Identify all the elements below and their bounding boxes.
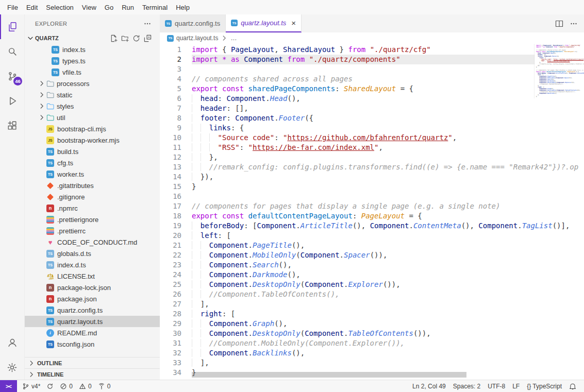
breadcrumb-item[interactable]: … bbox=[230, 35, 237, 42]
code-line[interactable]: links: { bbox=[192, 123, 584, 133]
code-line[interactable]: export const defaultContentPageLayout: P… bbox=[192, 211, 584, 221]
code-line[interactable]: } bbox=[192, 182, 584, 192]
panel-outline[interactable]: OUTLINE bbox=[25, 357, 160, 368]
tree-item-processors[interactable]: processors bbox=[25, 78, 160, 89]
code-line[interactable]: import { PageLayout, SharedLayout } from… bbox=[192, 45, 584, 55]
line-number[interactable]: 7 bbox=[160, 104, 192, 113]
code-line[interactable]: Component.Graph(), bbox=[192, 319, 584, 329]
tree-item-globals-d-ts[interactable]: TSglobals.d.ts bbox=[25, 248, 160, 259]
code-line[interactable]: Component.DesktopOnly(Component.TableOfC… bbox=[192, 329, 584, 338]
line-number[interactable]: 30 bbox=[160, 329, 192, 338]
code-line[interactable] bbox=[192, 64, 584, 74]
line-number[interactable]: 24 bbox=[160, 270, 192, 280]
tree-item-cfg-ts[interactable]: TScfg.ts bbox=[25, 157, 160, 168]
line-number[interactable]: 33 bbox=[160, 358, 192, 368]
line-number[interactable]: 5 bbox=[160, 84, 192, 94]
line-number[interactable]: 25 bbox=[160, 280, 192, 289]
code-line[interactable]: Component.DesktopOnly(Component.Explorer… bbox=[192, 280, 584, 289]
tree-item-vfile-ts[interactable]: TSvfile.ts bbox=[25, 66, 160, 78]
line-number[interactable]: 16 bbox=[160, 192, 192, 201]
line-number[interactable]: 15 bbox=[160, 182, 192, 192]
code-line[interactable]: ], bbox=[192, 299, 584, 309]
tree-item-tsconfig-json[interactable]: TStsconfig.json bbox=[25, 338, 160, 350]
menu-selection[interactable]: Selection bbox=[42, 2, 77, 13]
code-area[interactable]: import { PageLayout, SharedLayout } from… bbox=[192, 44, 584, 380]
line-number[interactable]: 8 bbox=[160, 113, 192, 123]
line-number[interactable]: 21 bbox=[160, 241, 192, 250]
code-line[interactable]: footer: Component.Footer({ bbox=[192, 113, 584, 123]
code-line[interactable]: right: [ bbox=[192, 309, 584, 319]
code-line[interactable]: Component.PageTitle(), bbox=[192, 241, 584, 250]
panel-timeline[interactable]: TIMELINE bbox=[25, 368, 160, 380]
line-number[interactable]: 20 bbox=[160, 231, 192, 241]
tree-item-package-json[interactable]: npackage.json bbox=[25, 293, 160, 304]
new-file-icon[interactable] bbox=[110, 35, 118, 42]
tree-item-types-ts[interactable]: TStypes.ts bbox=[25, 55, 160, 66]
code-line[interactable]: //Component.MobileOnly(Component.Explore… bbox=[192, 338, 584, 348]
line-number[interactable]: 12 bbox=[160, 152, 192, 162]
code-line[interactable]: head: Component.Head(), bbox=[192, 94, 584, 104]
menu-help[interactable]: Help bbox=[172, 2, 194, 13]
notifications[interactable] bbox=[565, 380, 580, 392]
code-line[interactable]: "RSS": "https://be-far.com/index.xml", bbox=[192, 143, 584, 152]
line-number[interactable]: 10 bbox=[160, 133, 192, 143]
line-number[interactable]: 26 bbox=[160, 289, 192, 299]
tree-item-gitignore[interactable]: .gitignore bbox=[25, 191, 160, 202]
menu-file[interactable]: File bbox=[3, 2, 22, 13]
code-line[interactable]: ], bbox=[192, 358, 584, 368]
refresh-icon[interactable] bbox=[132, 35, 140, 42]
line-number[interactable]: 14 bbox=[160, 172, 192, 182]
indentation[interactable]: Spaces: 2 bbox=[449, 380, 484, 392]
encoding[interactable]: UTF-8 bbox=[484, 380, 509, 392]
tree-item-gitattributes[interactable]: .gitattributes bbox=[25, 180, 160, 191]
line-number[interactable]: 3 bbox=[160, 64, 192, 74]
eol[interactable]: LF bbox=[509, 380, 523, 392]
code-line[interactable]: left: [ bbox=[192, 231, 584, 241]
code-line[interactable]: beforeBody: [Component.ArticleTitle(), C… bbox=[192, 221, 584, 231]
line-number[interactable]: 2 bbox=[160, 55, 192, 64]
activitybar-source-control[interactable]: 46 bbox=[0, 64, 24, 89]
tree-item-index-ts[interactable]: TSindex.ts bbox=[25, 44, 160, 55]
code-line[interactable]: //Component.TableOfContents(), bbox=[192, 289, 584, 299]
tree-item-quartz-config-ts[interactable]: TSquartz.config.ts bbox=[25, 304, 160, 316]
code-line[interactable]: }), bbox=[192, 172, 584, 182]
tree-item-index-d-ts[interactable]: TSindex.d.ts bbox=[25, 259, 160, 270]
collapse-all-icon[interactable] bbox=[144, 35, 152, 42]
code-line[interactable]: // components shared across all pages bbox=[192, 74, 584, 84]
line-number[interactable]: 31 bbox=[160, 338, 192, 348]
line-number[interactable]: 13 bbox=[160, 162, 192, 172]
line-number[interactable]: 11 bbox=[160, 143, 192, 152]
language-mode[interactable]: {} TypeScript bbox=[523, 380, 565, 392]
tree-item-package-lock-json[interactable]: npackage-lock.json bbox=[25, 282, 160, 293]
cursor-position[interactable]: Ln 2, Col 49 bbox=[409, 380, 449, 392]
line-number[interactable]: 34 bbox=[160, 368, 192, 378]
tree-item-npmrc[interactable]: n.npmrc bbox=[25, 202, 160, 214]
line-number[interactable]: 9 bbox=[160, 123, 192, 133]
tab-quartz-config-ts[interactable]: TSquartz.config.ts bbox=[160, 14, 226, 32]
split-editor-icon[interactable] bbox=[555, 20, 563, 28]
code-line[interactable]: }, bbox=[192, 152, 584, 162]
line-number[interactable]: 4 bbox=[160, 74, 192, 84]
tree-item-styles[interactable]: styles bbox=[25, 100, 160, 112]
menu-go[interactable]: Go bbox=[101, 2, 118, 13]
tree-item-prettierrc[interactable]: .prettierrc bbox=[25, 225, 160, 236]
tree-item-readme-md[interactable]: iREADME.md bbox=[25, 327, 160, 338]
code-line[interactable]: Component.MobileOnly(Component.Spacer())… bbox=[192, 250, 584, 260]
code-line[interactable] bbox=[192, 192, 584, 201]
tree-item-license-txt[interactable]: LICENSE.txt bbox=[25, 270, 160, 282]
code-line[interactable]: Component.Backlinks(), bbox=[192, 348, 584, 358]
activitybar-search[interactable] bbox=[0, 39, 24, 64]
code-line[interactable]: // components for pages that display a s… bbox=[192, 201, 584, 211]
code-line[interactable]: header: [], bbox=[192, 104, 584, 113]
activitybar-accounts[interactable] bbox=[0, 330, 24, 355]
tree-item-util[interactable]: util bbox=[25, 112, 160, 123]
close-icon[interactable]: × bbox=[291, 19, 296, 27]
scrollbar-thumb[interactable] bbox=[192, 372, 466, 378]
code-line[interactable]: "Source code": "https://github.com/bfahr… bbox=[192, 133, 584, 143]
tree-item-code-of-conduct-md[interactable]: ♥CODE_OF_CONDUCT.md bbox=[25, 236, 160, 248]
code-line[interactable]: //remark_config: config.plugins.transfor… bbox=[192, 162, 584, 172]
branch-indicator[interactable]: v4* bbox=[19, 380, 43, 392]
line-number[interactable]: 28 bbox=[160, 309, 192, 319]
warnings-indicator[interactable]: 0 bbox=[76, 380, 95, 392]
ports-indicator[interactable]: 0 bbox=[95, 380, 114, 392]
